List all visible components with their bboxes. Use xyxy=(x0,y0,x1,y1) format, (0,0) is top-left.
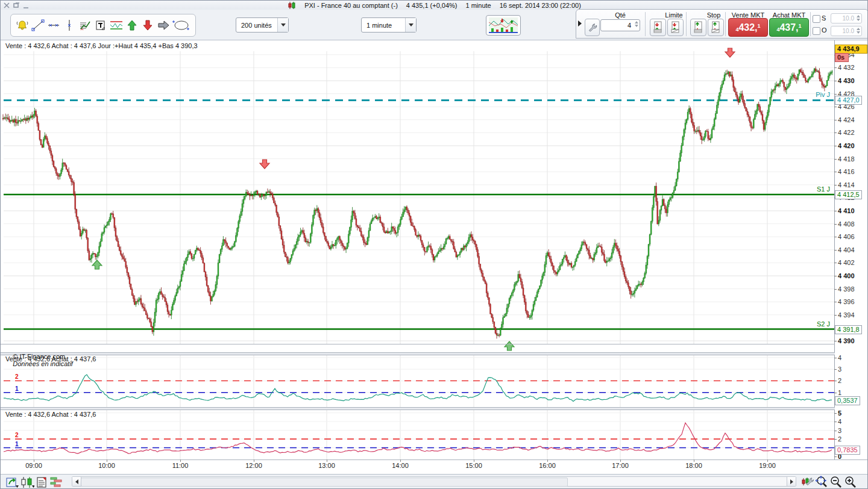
indicator2-pane[interactable] xyxy=(1,408,834,459)
qty-input[interactable]: 4 xyxy=(600,19,640,31)
text-tool-icon[interactable] xyxy=(93,17,108,34)
time-axis-label: 18:00 xyxy=(681,462,707,469)
indicator1-pane[interactable] xyxy=(1,353,834,408)
sell-price-lead: 4 xyxy=(735,26,738,33)
candle-style-icon[interactable] xyxy=(20,476,34,489)
indicator-level-label: 2 xyxy=(15,432,19,438)
axis-tick xyxy=(834,439,837,440)
stop-distance-value: 10.0 xyxy=(843,15,854,22)
price-axis-label: 4 402 xyxy=(838,259,867,266)
vertical-line-icon[interactable] xyxy=(61,17,77,34)
scrollbar-right-button[interactable] xyxy=(787,477,796,486)
left-arrow-icon xyxy=(75,479,78,484)
zoom-fit-icon[interactable] xyxy=(814,475,829,488)
title-price: 4 435,1 (+0,04%) xyxy=(406,2,458,9)
indicator-value-box: 0,3537 xyxy=(835,396,860,405)
units-dropdown[interactable]: 200 unités xyxy=(236,17,289,33)
qty-label: Qté xyxy=(600,11,640,19)
axis-tick xyxy=(834,341,837,341)
indicator-editor-icon[interactable] xyxy=(77,17,93,34)
zoom-out-icon[interactable] xyxy=(829,475,843,488)
right-arrow-tool-icon[interactable] xyxy=(156,17,171,34)
chart-options-icon xyxy=(489,17,518,33)
objective-distance-value: 10.0 xyxy=(843,28,854,34)
buy-market-button[interactable]: 4437,1 xyxy=(769,18,809,37)
objective-distance-spinner[interactable] xyxy=(857,28,860,34)
time-axis-label: 12:00 xyxy=(241,462,267,469)
limit-order-button-2[interactable] xyxy=(667,19,684,36)
up-arrow-tool-icon[interactable] xyxy=(124,17,140,34)
axis-tick xyxy=(834,358,837,358)
notes-icon[interactable] xyxy=(34,476,49,489)
time-axis[interactable] xyxy=(1,459,868,475)
title-datetime: 16 sept. 2014 23:00 (22:00) xyxy=(500,2,581,9)
axis-tick xyxy=(834,237,837,237)
scrollbar-thumb[interactable] xyxy=(81,478,568,487)
level-label: S2 J xyxy=(817,320,830,328)
title-timeframe: 1 minute xyxy=(466,2,491,9)
axis-tick xyxy=(834,211,837,211)
axis-tick xyxy=(834,107,837,107)
stop-order-button-2[interactable] xyxy=(708,19,724,36)
stop-distance-input[interactable]: 10.0 xyxy=(831,13,862,23)
sell-signal-arrow-icon xyxy=(725,48,735,57)
drawing-tools-group xyxy=(10,14,196,37)
limit-order-chart-icon xyxy=(670,21,681,34)
alarm-icon[interactable] xyxy=(14,17,30,34)
time-axis-label: 13:00 xyxy=(313,462,340,469)
trend-line-icon[interactable] xyxy=(30,17,46,34)
export-chart-icon[interactable] xyxy=(5,476,20,489)
sell-price-main: 432, xyxy=(738,22,757,33)
sell-signal-arrow-icon xyxy=(260,160,269,169)
axis-tick xyxy=(834,94,837,95)
stop-distance-spinner[interactable] xyxy=(857,15,860,21)
price-axis-label: 4 398 xyxy=(838,285,867,293)
countdown-box: 0s xyxy=(835,53,849,62)
stop-checkbox-label: S xyxy=(822,14,826,22)
market-depth-icon[interactable] xyxy=(49,476,63,489)
sell-market-button[interactable]: 4432,1 xyxy=(728,18,768,37)
panel-collapse-arrow-icon[interactable] xyxy=(578,20,582,26)
main-chart-pane[interactable]: Piv JS1 JS2 J xyxy=(1,40,834,353)
wrench-icon xyxy=(588,23,597,33)
timeframe-dropdown[interactable]: 1 minute xyxy=(361,17,417,33)
zoom-in-icon[interactable] xyxy=(843,475,858,488)
objective-checkbox[interactable] xyxy=(813,27,820,35)
stop-checkbox[interactable] xyxy=(813,15,820,23)
price-axis-label: 4 422 xyxy=(838,129,867,136)
chart-options-button[interactable] xyxy=(486,15,521,36)
order-settings-button[interactable] xyxy=(585,19,600,36)
ellipse-tool-icon[interactable] xyxy=(171,17,192,34)
objective-distance-input[interactable]: 10.0 xyxy=(831,26,862,36)
axis-tick xyxy=(834,393,837,393)
zigzag-indicator-icon[interactable] xyxy=(108,17,124,34)
chart-settings-icon[interactable] xyxy=(800,475,814,488)
last-price-box: 4 434,9 xyxy=(835,45,867,54)
down-arrow-tool-icon[interactable] xyxy=(140,17,156,34)
price-axis-label: 4 432 xyxy=(838,64,867,71)
qty-spinner[interactable] xyxy=(635,21,638,27)
objective-checkbox-label: O xyxy=(822,26,827,34)
units-dropdown-button[interactable] xyxy=(277,18,288,32)
indicator-axis-label: 3 xyxy=(838,366,867,373)
stop-order-button-1[interactable] xyxy=(690,19,706,36)
pane-divider[interactable] xyxy=(1,407,835,410)
buy-signal-arrow-icon xyxy=(505,341,514,350)
indicator-axis-label: 2 xyxy=(838,435,867,443)
price-axis-label: 4 408 xyxy=(838,220,867,228)
timeframe-dropdown-button[interactable] xyxy=(405,18,416,32)
pane-divider[interactable] xyxy=(1,352,835,355)
time-axis-label: 19:00 xyxy=(754,462,781,469)
title-instrument: PXI - France 40 au comptant (-) xyxy=(304,2,398,9)
horizontal-segment-icon[interactable] xyxy=(46,17,61,34)
axis-tick xyxy=(834,120,837,120)
price-axis-label: 4 404 xyxy=(838,246,867,254)
time-axis-label: 10:00 xyxy=(93,462,120,469)
chart-scrollbar[interactable] xyxy=(72,476,796,487)
limit-order-button-1[interactable] xyxy=(650,19,666,36)
time-axis-label: 16:00 xyxy=(534,462,561,469)
axis-tick xyxy=(834,159,837,160)
price-axis-label: 4 414 xyxy=(838,181,867,188)
scrollbar-left-button[interactable] xyxy=(72,477,81,486)
price-axis-label: 4 418 xyxy=(838,155,867,163)
